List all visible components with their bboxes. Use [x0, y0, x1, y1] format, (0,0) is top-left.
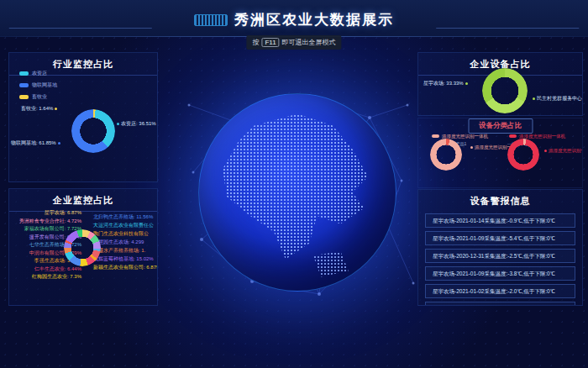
enterprise-label: 陶门生态农业科技有限公	[93, 229, 158, 238]
enterprise-label: 北归鸭生态养殖场: 11.56%	[93, 213, 158, 221]
alarm-row: 星宇农场-2021-01-09采集温度:-5.4℃,低于下限:0℃	[425, 231, 575, 245]
globe	[198, 93, 396, 292]
page-title: 秀洲区农业大数据展示	[234, 10, 394, 29]
panel-device-classification: 设备分类占比 温湿度光照识别一体机 一体机/产品1 温湿度光照识别一— 温湿度光…	[417, 118, 583, 188]
enterprise-label: 成辉蓝莓种植基地: 15.02%	[93, 255, 158, 263]
corner-decoration	[151, 52, 158, 59]
alarm-row: 星宇农场-2021-01-02采集温度:-2.0℃,低于下限:0℃	[425, 284, 575, 298]
corner-decoration	[576, 189, 583, 196]
device-right-donut-chart[interactable]	[507, 139, 539, 171]
brand-logo	[194, 14, 228, 26]
header-bar: 秀洲区农业大数据展示	[0, 0, 588, 37]
corner-decoration	[151, 299, 158, 306]
industry-callout-wulianwang: 物联网基地: 61.85%	[11, 139, 62, 147]
corner-decoration	[8, 299, 15, 306]
industry-legend: 农资店 物联网基地 畜牧业	[19, 70, 57, 105]
corner-decoration	[8, 188, 15, 195]
equipment-callout-right: 民主村党群服务中心:	[531, 95, 583, 103]
legend-swatch	[19, 71, 29, 76]
enterprise-label: 星宇农场: 6.87%	[11, 209, 81, 218]
corner-decoration	[151, 188, 158, 195]
title-row: 秀洲区农业大数据展示	[0, 10, 588, 29]
corner-decoration	[417, 109, 424, 116]
legend-item-wulianwang[interactable]: 物联网基地	[19, 81, 57, 89]
panel-industry-monitoring: 行业监控占比 农资店 物联网基地 畜牧业 畜牧业: 1.64% 农资店: 36.…	[8, 52, 158, 182]
legend-swatch	[19, 83, 29, 87]
equipment-donut-chart[interactable]	[482, 68, 528, 113]
callout-dot	[117, 123, 119, 125]
enterprise-right-labels: 北归鸭生态养殖场: 11.56% 大运河生态农业有限责任公 陶门生态农业科技有限…	[93, 213, 158, 271]
callout-dot	[533, 97, 535, 100]
hint-suffix: 即可退出全屏模式	[282, 38, 336, 47]
legend-swatch	[19, 95, 29, 99]
enterprise-panel-title: 企业监控占比	[9, 189, 157, 212]
f11-keycap: F11	[261, 38, 279, 47]
industry-donut-chart[interactable]	[71, 109, 115, 153]
corner-decoration	[576, 299, 583, 306]
enterprise-label: 仁丰生态农业: 6.44%	[11, 265, 81, 274]
callout-dot	[465, 82, 468, 85]
legend-label: 物联网基地	[32, 81, 57, 89]
alarm-list: 星宇农场-2021-01-14采集温度:-0.9℃,低于下限:0℃ 星宇农场-2…	[418, 213, 582, 306]
corner-decoration	[8, 176, 15, 182]
legend-swatch	[509, 134, 517, 138]
panel-device-alarms: 设备警报信息 星宇农场-2021-01-14采集温度:-0.9℃,低于下限:0℃…	[417, 189, 583, 306]
corner-decoration	[576, 52, 583, 59]
device-left-legend[interactable]: 温湿度光照识别一体机	[432, 134, 488, 139]
corner-decoration	[417, 52, 424, 59]
callout-dot	[55, 108, 57, 110]
equipment-callout-left: 星宇农场: 33.33%	[423, 80, 470, 87]
device-right-legend[interactable]: 温湿度光照识别一体机	[509, 134, 565, 139]
enterprise-label: 红梅园生态农业: 7.3%	[11, 273, 81, 281]
industry-callout-xumuye: 畜牧业: 1.64%	[21, 105, 59, 113]
industry-callout-nongzidian: 农资店: 36.51%	[115, 120, 156, 128]
device-class-title: 设备分类占比	[468, 118, 533, 134]
legend-item-nongzidian[interactable]: 农资店	[19, 70, 57, 77]
corner-decoration	[417, 181, 424, 188]
legend-label: 畜牧业	[32, 93, 47, 101]
enterprise-label: 丰盛水产养殖养殖场: 1.	[93, 246, 158, 255]
corner-decoration	[417, 189, 424, 196]
alarms-panel-title: 设备警报信息	[418, 190, 582, 212]
panel-enterprise-monitoring: 企业监控占比 星宇农场: 6.87% 秀洲粮食专业合作社: 4.72% 家福农场…	[8, 188, 158, 306]
hint-prefix: 按	[252, 38, 259, 47]
alarm-row: 星宇农场-2021-01-09采集温度:-0.9℃,低于下限:0℃	[425, 302, 575, 306]
corner-decoration	[151, 176, 158, 182]
device-right-callout: 温湿度光照识别一—	[543, 148, 583, 154]
fullscreen-hint: 按 F11 即可退出全屏模式	[246, 35, 341, 50]
legend-label: 农资店	[32, 70, 47, 77]
corner-decoration	[417, 299, 424, 306]
corner-decoration	[8, 52, 15, 59]
device-left-donut-chart[interactable]	[430, 139, 462, 171]
corner-decoration	[576, 181, 583, 188]
enterprise-label: 新颖生态农业有限公司: 6.879	[93, 263, 158, 271]
corner-decoration	[576, 109, 583, 116]
alarm-row: 星宇农场-2021-01-14采集温度:-0.9℃,低于下限:0℃	[425, 213, 575, 228]
callout-dot	[58, 142, 60, 145]
callout-dot	[544, 150, 547, 152]
alarm-row: 星宇农场-2020-12-31采集温度:-2.5℃,低于下限:0℃	[425, 249, 575, 263]
callout-dot	[470, 146, 473, 149]
enterprise-label: 秀洲粮食专业合作社: 4.72%	[11, 218, 81, 226]
enterprise-label: 大运河生态农业有限责任公	[93, 221, 158, 229]
alarm-row: 星宇农场-2021-01-09采集温度:-3.8℃,低于下限:0℃	[425, 266, 575, 281]
panel-equipment-ratio: 企业设备占比 星宇农场: 33.33% 民主村党群服务中心:	[417, 52, 583, 116]
enterprise-label: 陶慧园生态农场: 4.299	[93, 238, 158, 246]
enterprise-donut-chart[interactable]	[64, 229, 101, 266]
legend-item-xumuye[interactable]: 畜牧业	[19, 93, 57, 101]
legend-swatch	[432, 134, 439, 138]
